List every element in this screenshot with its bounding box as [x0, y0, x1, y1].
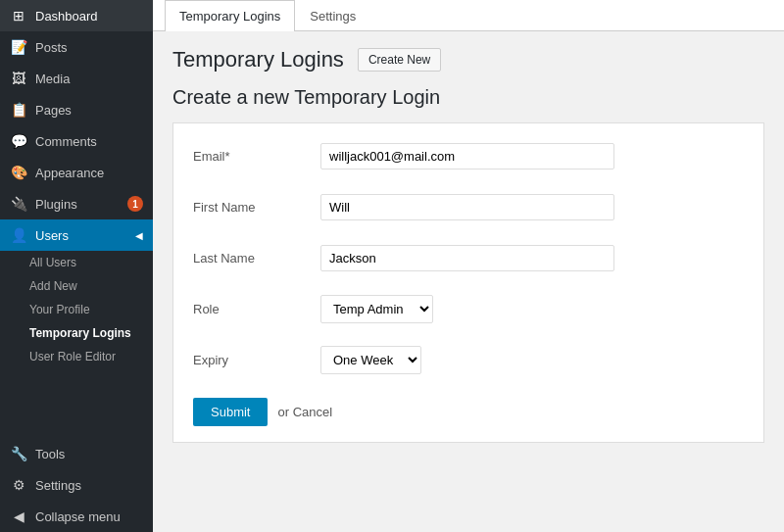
- form-actions: Submit or Cancel: [193, 394, 744, 426]
- sidebar-item-label: Pages: [35, 103, 143, 118]
- sidebar-item-collapse[interactable]: ◀ Collapse menu: [0, 501, 153, 532]
- submenu-user-role-editor[interactable]: User Role Editor: [0, 345, 153, 368]
- posts-icon: 📝: [10, 39, 27, 55]
- plugins-icon: 🔌: [10, 196, 27, 212]
- create-new-button[interactable]: Create New: [358, 48, 441, 72]
- lastname-field[interactable]: [320, 245, 614, 271]
- form-row-expiry: Expiry One Week One Day One Month One Ye…: [193, 343, 744, 376]
- settings-icon: ⚙: [10, 477, 27, 493]
- submenu-all-users[interactable]: All Users: [0, 251, 153, 274]
- cancel-link[interactable]: or Cancel: [277, 405, 332, 419]
- comments-icon: 💬: [10, 133, 27, 149]
- users-arrow: ◀: [135, 230, 143, 241]
- sidebar-item-label: Collapse menu: [35, 509, 143, 524]
- sidebar-item-label: Plugins: [35, 197, 120, 212]
- sidebar-item-label: Settings: [35, 478, 143, 493]
- appearance-icon: 🎨: [10, 165, 27, 180]
- submit-button[interactable]: Submit: [193, 398, 268, 426]
- form-row-lastname: Last Name: [193, 241, 744, 274]
- sidebar: ⊞ Dashboard 📝 Posts 🖼 Media 📋 Pages 💬 Co…: [0, 0, 153, 532]
- page-title: Temporary Logins: [172, 47, 344, 73]
- firstname-label: First Name: [193, 200, 320, 215]
- submenu-temporary-logins[interactable]: Temporary Logins: [0, 321, 153, 345]
- submenu-your-profile[interactable]: Your Profile: [0, 298, 153, 321]
- sidebar-item-label: Dashboard: [35, 9, 143, 24]
- sidebar-item-media[interactable]: 🖼 Media: [0, 63, 153, 94]
- sidebar-item-label: Tools: [35, 447, 143, 461]
- role-select[interactable]: Temp Admin Administrator Editor Author S…: [320, 295, 433, 323]
- sidebar-item-label: Users: [35, 228, 127, 243]
- tabs-bar: Temporary Logins Settings: [153, 0, 784, 31]
- sidebar-item-label: Media: [35, 72, 143, 86]
- main-content: Temporary Logins Settings Temporary Logi…: [153, 0, 784, 532]
- sidebar-item-plugins[interactable]: 🔌 Plugins 1: [0, 188, 153, 219]
- pages-icon: 📋: [10, 102, 27, 118]
- lastname-label: Last Name: [193, 251, 320, 266]
- sidebar-item-dashboard[interactable]: ⊞ Dashboard: [0, 0, 153, 31]
- sidebar-item-label: Comments: [35, 134, 143, 149]
- sidebar-item-comments[interactable]: 💬 Comments: [0, 125, 153, 157]
- sidebar-item-pages[interactable]: 📋 Pages: [0, 94, 153, 125]
- media-icon: 🖼: [10, 71, 27, 86]
- tools-icon: 🔧: [10, 446, 27, 461]
- email-field[interactable]: [320, 143, 614, 169]
- firstname-field[interactable]: [320, 194, 614, 220]
- role-label: Role: [193, 302, 320, 316]
- sidebar-item-posts[interactable]: 📝 Posts: [0, 31, 153, 63]
- expiry-label: Expiry: [193, 353, 320, 367]
- plugins-badge: 1: [127, 196, 143, 212]
- sidebar-item-settings[interactable]: ⚙ Settings: [0, 469, 153, 501]
- dashboard-icon: ⊞: [10, 8, 27, 24]
- collapse-icon: ◀: [10, 508, 27, 524]
- form-row-email: Email*: [193, 139, 744, 172]
- form-box: Email* First Name Last Name Role Temp Ad…: [172, 122, 764, 443]
- tab-settings[interactable]: Settings: [295, 0, 370, 31]
- submenu-add-new[interactable]: Add New: [0, 274, 153, 298]
- form-title: Create a new Temporary Login: [172, 86, 764, 109]
- sidebar-item-tools[interactable]: 🔧 Tools: [0, 438, 153, 469]
- content-area: Temporary Logins Create New Create a new…: [153, 31, 784, 532]
- sidebar-item-users[interactable]: 👤 Users ◀: [0, 219, 153, 251]
- sidebar-item-label: Posts: [35, 40, 143, 55]
- expiry-select[interactable]: One Week One Day One Month One Year Unli…: [320, 346, 421, 374]
- sidebar-item-appearance[interactable]: 🎨 Appearance: [0, 157, 153, 188]
- page-header: Temporary Logins Create New: [172, 47, 764, 73]
- form-row-firstname: First Name: [193, 190, 744, 223]
- email-label: Email*: [193, 149, 320, 164]
- form-row-role: Role Temp Admin Administrator Editor Aut…: [193, 292, 744, 325]
- users-icon: 👤: [10, 227, 27, 243]
- sidebar-item-label: Appearance: [35, 166, 143, 180]
- tab-temporary-logins[interactable]: Temporary Logins: [165, 0, 295, 31]
